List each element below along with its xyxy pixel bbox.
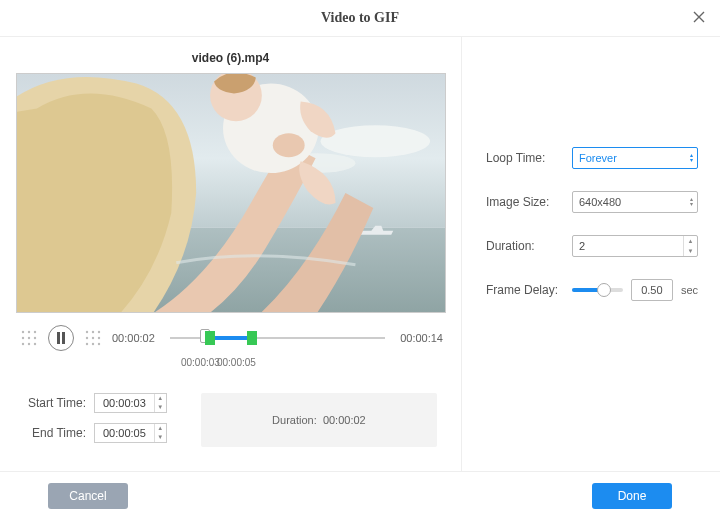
pause-icon (56, 332, 66, 344)
svg-point-6 (272, 133, 304, 157)
selection-start-handle[interactable] (205, 331, 215, 345)
svg-point-26 (98, 343, 100, 345)
chevron-down-icon[interactable]: ▼ (155, 403, 166, 412)
start-time-stepper[interactable]: 00:00:03 ▲▼ (94, 393, 167, 413)
start-time-label: Start Time: (24, 396, 86, 410)
step-forward-handle[interactable] (82, 327, 104, 349)
svg-point-9 (34, 331, 36, 333)
duration-label: Duration: (486, 239, 562, 253)
svg-point-24 (86, 343, 88, 345)
frame-delay-label: Frame Delay: (486, 283, 562, 297)
selection-end-handle[interactable] (247, 331, 257, 345)
svg-point-18 (86, 331, 88, 333)
play-pause-button[interactable] (48, 325, 74, 351)
end-time-label: End Time: (24, 426, 86, 440)
svg-point-21 (86, 337, 88, 339)
slider-thumb[interactable] (597, 283, 611, 297)
end-time-value: 00:00:05 (95, 427, 154, 439)
loop-time-select[interactable]: Forever ▴▾ (572, 147, 698, 169)
svg-point-20 (98, 331, 100, 333)
svg-rect-16 (57, 332, 60, 344)
svg-point-2 (320, 125, 429, 157)
close-icon (693, 11, 705, 23)
close-button[interactable] (690, 8, 708, 26)
svg-point-25 (92, 343, 94, 345)
step-back-handle[interactable] (18, 327, 40, 349)
chevron-down-icon[interactable]: ▼ (684, 246, 697, 256)
svg-point-22 (92, 337, 94, 339)
selection-range (215, 336, 247, 340)
duration-display: Duration: 00:00:02 (201, 393, 437, 447)
chevron-up-icon[interactable]: ▲ (155, 424, 166, 433)
svg-point-7 (22, 331, 24, 333)
svg-point-13 (22, 343, 24, 345)
svg-point-15 (34, 343, 36, 345)
end-time-stepper[interactable]: 00:00:05 ▲▼ (94, 423, 167, 443)
file-name: video (6).mp4 (14, 47, 447, 73)
svg-point-14 (28, 343, 30, 345)
svg-point-19 (92, 331, 94, 333)
timeline[interactable] (170, 328, 385, 348)
image-size-label: Image Size: (486, 195, 562, 209)
svg-point-23 (98, 337, 100, 339)
chevron-updown-icon: ▴▾ (690, 153, 693, 163)
frame-delay-slider[interactable] (572, 288, 623, 292)
selection-start-label: 00:00:03 (181, 357, 220, 368)
window-title: Video to GIF (321, 10, 399, 26)
chevron-up-icon[interactable]: ▲ (155, 394, 166, 403)
current-time: 00:00:02 (112, 332, 162, 344)
svg-point-12 (34, 337, 36, 339)
chevron-up-icon[interactable]: ▲ (684, 236, 697, 246)
frame-delay-unit: sec (681, 284, 698, 296)
total-time: 00:00:14 (393, 332, 443, 344)
video-preview[interactable] (16, 73, 446, 313)
selection-end-label: 00:00:05 (217, 357, 256, 368)
svg-point-10 (22, 337, 24, 339)
frame-delay-value[interactable]: 0.50 (631, 279, 673, 301)
svg-point-8 (28, 331, 30, 333)
start-time-value: 00:00:03 (95, 397, 154, 409)
svg-rect-17 (62, 332, 65, 344)
svg-point-11 (28, 337, 30, 339)
loop-time-label: Loop Time: (486, 151, 562, 165)
title-bar: Video to GIF (0, 0, 720, 36)
cancel-button[interactable]: Cancel (48, 483, 128, 509)
duration-stepper[interactable]: 2 ▲▼ (572, 235, 698, 257)
image-size-select[interactable]: 640x480 ▴▾ (572, 191, 698, 213)
done-button[interactable]: Done (592, 483, 672, 509)
chevron-down-icon[interactable]: ▼ (155, 433, 166, 442)
chevron-updown-icon: ▴▾ (690, 197, 693, 207)
